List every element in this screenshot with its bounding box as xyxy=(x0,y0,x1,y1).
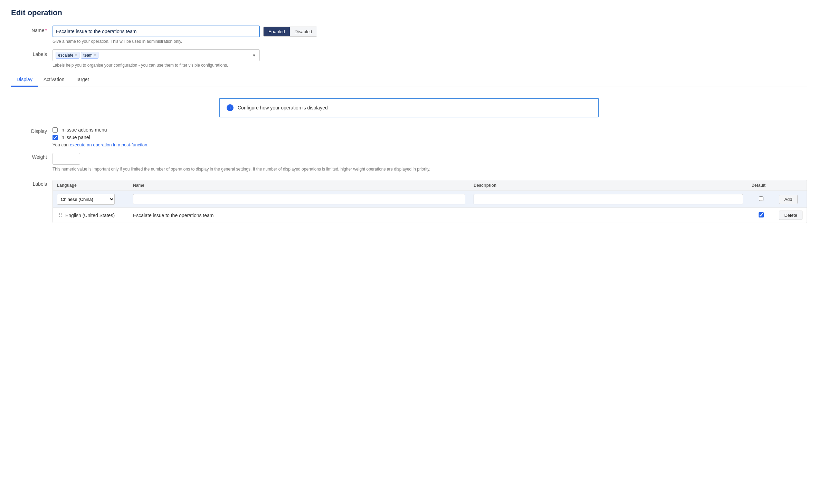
checkbox-panel-row: in issue panel xyxy=(53,135,807,140)
tab-display[interactable]: Display xyxy=(11,73,38,87)
add-row-name-cell xyxy=(129,191,469,208)
delete-button[interactable]: Delete xyxy=(779,211,802,220)
english-default-cell xyxy=(747,208,775,223)
tab-activation[interactable]: Activation xyxy=(38,73,70,87)
th-language: Language xyxy=(53,180,129,191)
checkbox-actions-label[interactable]: in issue actions menu xyxy=(60,127,107,133)
drag-handle-icon[interactable]: ⠿ xyxy=(57,212,64,218)
english-language-cell: ⠿ English (United States) xyxy=(53,208,129,223)
labels-section-title: Labels xyxy=(11,180,53,187)
display-section-label: Display xyxy=(11,127,53,134)
english-language-label: English (United States) xyxy=(65,213,115,218)
labels-label: Labels xyxy=(11,49,53,57)
add-row-action-cell: Add xyxy=(775,191,807,208)
add-row-default-cell xyxy=(747,191,775,208)
labels-form-content: escalate × team × ▾ Labels help you to o… xyxy=(53,49,807,68)
labels-dropdown-arrow[interactable]: ▾ xyxy=(251,52,257,59)
english-action-cell: Delete xyxy=(775,208,807,223)
tabs-container: Display Activation Target xyxy=(11,73,807,87)
add-row-default-checkbox[interactable] xyxy=(759,196,763,201)
name-hint: Give a name to your operation. This will… xyxy=(53,39,807,44)
add-row-name-input[interactable] xyxy=(133,194,465,204)
labels-form-row: Labels escalate × team × ▾ Labels help y… xyxy=(11,49,807,68)
tab-target[interactable]: Target xyxy=(70,73,95,87)
name-form-content: Enabled Disabled Give a name to your ope… xyxy=(53,26,807,44)
add-button[interactable]: Add xyxy=(779,195,797,204)
disabled-button[interactable]: Disabled xyxy=(290,27,317,36)
th-default: Default xyxy=(747,180,775,191)
add-row-description-cell xyxy=(469,191,747,208)
labels-input-container[interactable]: escalate × team × ▾ xyxy=(53,49,260,61)
english-name-value: Escalate issue to the operations team xyxy=(133,213,213,218)
weight-input[interactable] xyxy=(53,153,80,165)
label-tag-escalate: escalate × xyxy=(56,52,79,59)
add-row-language-cell: Chinese (China) English (United States) … xyxy=(53,191,129,208)
name-input[interactable] xyxy=(53,26,260,37)
th-action xyxy=(775,180,807,191)
checkbox-panel-label[interactable]: in issue panel xyxy=(60,135,90,140)
post-function-text: You can execute an operation in a post-f… xyxy=(53,142,807,147)
labels-hint: Labels help you to organise your configu… xyxy=(53,63,807,68)
labels-table-wrapper: Language Name Description Default Chines… xyxy=(53,180,807,223)
info-box-text: Configure how your operation is displaye… xyxy=(238,105,328,110)
remove-team-icon[interactable]: × xyxy=(94,53,96,57)
enabled-button[interactable]: Enabled xyxy=(264,27,290,36)
table-header-row: Language Name Description Default xyxy=(53,180,807,191)
label-tag-team: team × xyxy=(81,52,98,59)
info-box: i Configure how your operation is displa… xyxy=(219,98,599,117)
weight-label: Weight xyxy=(11,153,53,160)
remove-escalate-icon[interactable]: × xyxy=(75,53,77,57)
english-name-cell: Escalate issue to the operations team xyxy=(129,208,469,223)
table-row-add: Chinese (China) English (United States) … xyxy=(53,191,807,208)
table-row-english: ⠿ English (United States) Escalate issue… xyxy=(53,208,807,223)
checkbox-actions-row: in issue actions menu xyxy=(53,127,807,133)
display-checkboxes: in issue actions menu in issue panel You… xyxy=(53,127,807,147)
name-label: Name* xyxy=(11,26,53,33)
add-row-description-input[interactable] xyxy=(474,194,743,204)
display-section-row: Display in issue actions menu in issue p… xyxy=(11,127,807,147)
english-default-checkbox[interactable] xyxy=(759,212,764,217)
english-description-cell xyxy=(469,208,747,223)
post-function-link[interactable]: execute an operation in a post-function. xyxy=(70,142,149,147)
language-select[interactable]: Chinese (China) English (United States) … xyxy=(57,194,115,205)
page-title: Edit operation xyxy=(11,8,807,17)
labels-table: Language Name Description Default Chines… xyxy=(53,180,807,223)
labels-section-row: Labels Language Name Description Default xyxy=(11,180,807,223)
weight-section-row: Weight This numeric value is important o… xyxy=(11,153,807,172)
enabled-disabled-toggle: Enabled Disabled xyxy=(263,27,317,37)
th-name: Name xyxy=(129,180,469,191)
name-form-row: Name* Enabled Disabled Give a name to yo… xyxy=(11,26,807,44)
weight-hint: This numeric value is important only if … xyxy=(53,167,432,172)
tab-content-display: i Configure how your operation is displa… xyxy=(11,87,807,223)
th-description: Description xyxy=(469,180,747,191)
info-icon: i xyxy=(227,104,234,111)
checkbox-actions-menu[interactable] xyxy=(53,127,58,133)
weight-content: This numeric value is important only if … xyxy=(53,153,807,172)
name-row: Enabled Disabled xyxy=(53,26,807,37)
checkbox-issue-panel[interactable] xyxy=(53,135,58,140)
